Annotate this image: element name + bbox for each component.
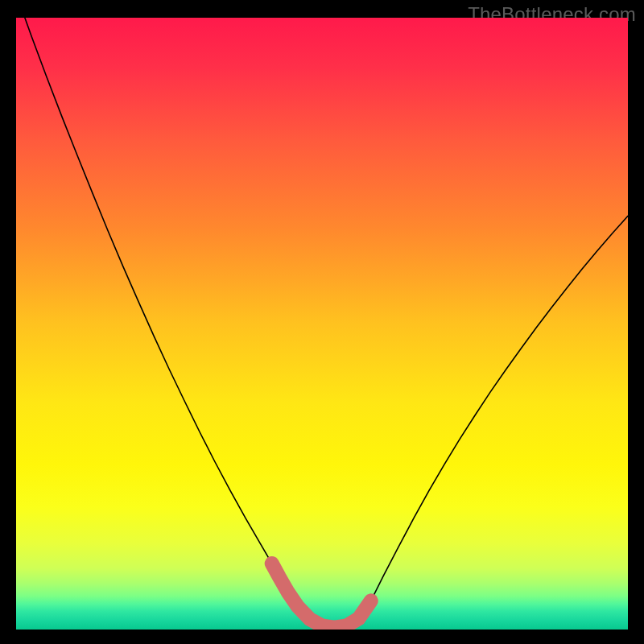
- chart-frame: TheBottleneck.com: [0, 0, 644, 644]
- plot-svg: [16, 18, 628, 630]
- plot-background: [16, 18, 628, 630]
